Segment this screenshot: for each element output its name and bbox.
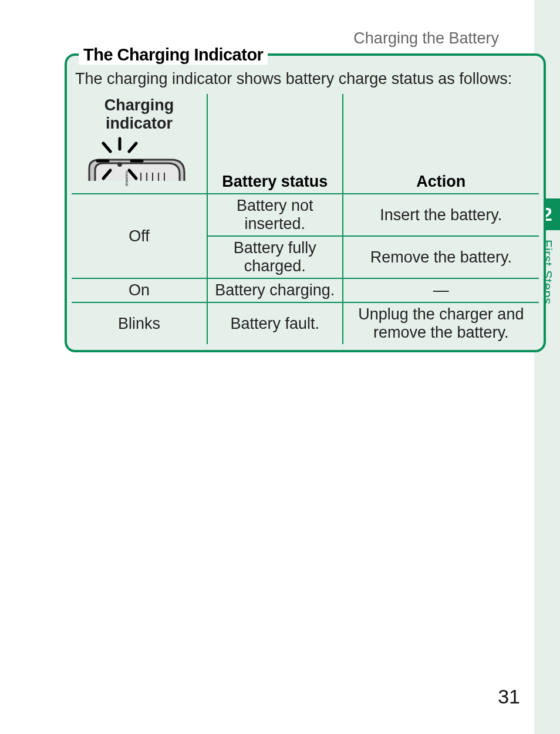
cell-action: — [343,278,539,302]
col-battery-status: Battery status [207,94,343,194]
svg-text:CHARGE: CHARGE [125,171,129,186]
table-header-row: Charging indicator [72,94,539,194]
cell-status: Battery not inserted. [207,194,343,236]
cell-action: Unplug the charger and remove the batter… [343,302,539,344]
table-row: Off Battery not inserted. Insert the bat… [72,194,539,236]
cell-status: Battery charging. [207,278,343,302]
col-charging-indicator: Charging indicator [72,94,207,194]
col-action: Action [343,94,539,194]
cell-action: Insert the battery. [343,194,539,236]
col1-label: Charging indicator [75,96,203,133]
cell-status: Battery fault. [207,302,343,344]
table-row: On Battery charging. — [72,278,539,302]
svg-line-8 [103,143,110,151]
charging-indicator-table: Charging indicator [72,94,539,344]
svg-point-5 [117,162,122,167]
cell-indicator: Off [72,194,207,278]
cell-status: Battery fully charged. [207,236,343,278]
charger-icon: CHARGE [83,134,195,191]
cell-indicator: Blinks [72,302,207,344]
callout-intro: The charging indicator shows battery cha… [72,65,539,94]
callout-title: The Charging Indicator [79,45,268,65]
table-row: Blinks Battery fault. Unplug the charger… [72,302,539,344]
charging-indicator-callout: The Charging Indicator The charging indi… [65,53,546,352]
cell-indicator: On [72,278,207,302]
page-number: 31 [498,685,520,708]
cell-action: Remove the battery. [343,236,539,278]
svg-line-9 [129,143,136,151]
page: 2 First Steps Charging the Battery The C… [0,0,560,734]
